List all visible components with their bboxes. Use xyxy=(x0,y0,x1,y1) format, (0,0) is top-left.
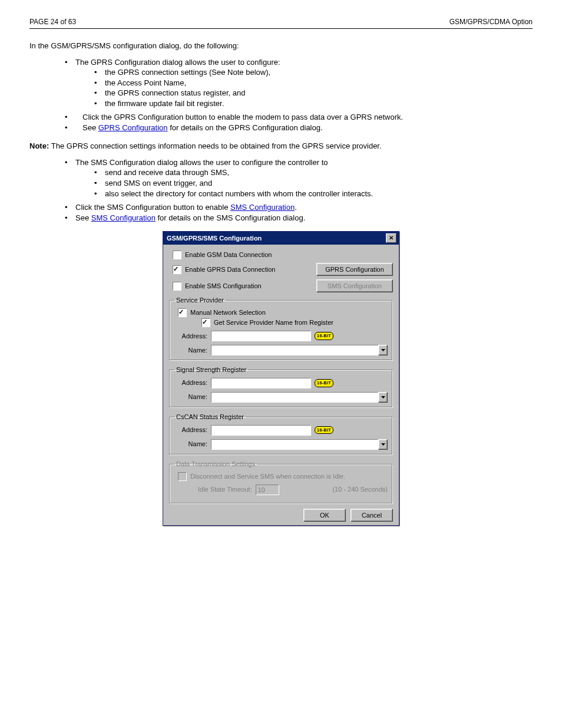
header-row: PAGE 24 of 63 GSM/GPRS/CDMA Option xyxy=(29,18,533,26)
service-provider-legend: Service Provider xyxy=(174,296,226,305)
sms-click-config-row: Click the SMS Configuration button to en… xyxy=(75,202,533,213)
intro-text: In the GSM/GPRS/SMS configuration dialog… xyxy=(29,41,533,51)
chevron-down-icon xyxy=(381,349,385,351)
bullet-icon: • xyxy=(65,157,75,168)
ss-address-badge: 16-BIT xyxy=(315,379,333,387)
bullet-icon: • xyxy=(65,112,82,123)
bullet-icon: • xyxy=(94,98,105,109)
dialog-titlebar: GSM/GPRS/SMS Configuration ✕ xyxy=(163,232,399,245)
bullet-icon: • xyxy=(65,57,75,68)
cscan-status-legend: CsCAN Status Register xyxy=(174,413,246,421)
sms-main-bullet: The SMS Configuration dialog allows the … xyxy=(75,157,533,168)
disconnect-idle-label: Disconnect and Service SMS when connecti… xyxy=(190,472,345,481)
sms-sub-2: also select the directory for contact nu… xyxy=(105,189,533,199)
sms-see-link-row: See SMS Configuration for details on the… xyxy=(75,213,533,223)
cscan-status-group: CsCAN Status Register Address: 16-BIT Na… xyxy=(169,413,393,455)
sms-config-link[interactable]: SMS Configuration xyxy=(91,213,156,222)
gprs-click-config: Click the GPRS Configuration button to e… xyxy=(82,112,533,123)
bullet-icon: • xyxy=(65,213,75,223)
chevron-down-icon xyxy=(381,443,385,446)
gprs-configuration-button[interactable]: GPRS Configuration xyxy=(316,263,393,276)
gprs-see-after: for details on the GPRS Configuration di… xyxy=(168,123,323,132)
manual-network-label: Manual Network Selection xyxy=(190,308,266,317)
enable-sms-checkbox[interactable] xyxy=(173,282,181,291)
close-icon: ✕ xyxy=(389,235,394,241)
bullet-icon: • xyxy=(65,123,82,133)
note-label: Note: xyxy=(29,141,51,150)
cs-address-badge: 16-BIT xyxy=(315,426,333,434)
idle-timeout-hint: (10 - 240 Seconds) xyxy=(283,485,388,494)
bullet-icon: • xyxy=(65,202,75,213)
enable-gprs-checkbox[interactable] xyxy=(173,265,181,274)
bullet-icon: • xyxy=(94,189,105,199)
get-provider-name-label: Get Service Provider Name from Register xyxy=(214,318,333,327)
enable-gsm-checkbox[interactable] xyxy=(173,251,181,259)
dialog-title: GSM/GPRS/SMS Configuration xyxy=(167,234,262,243)
ss-address-label: Address: xyxy=(174,378,207,387)
header-right: GSM/GPRS/CDMA Option xyxy=(449,18,533,26)
gprs-config-link[interactable]: GPRS Configuration xyxy=(98,123,168,132)
sms-sub-1: send SMS on event trigger, and xyxy=(105,178,533,189)
sp-name-dropdown[interactable] xyxy=(378,345,388,355)
note-text: The GPRS connection settings information… xyxy=(51,141,382,150)
gprs-see-link-row: See GPRS Configuration for details on th… xyxy=(82,123,533,133)
bullet-icon: • xyxy=(94,167,105,178)
manual-network-checkbox[interactable] xyxy=(178,308,187,317)
cs-name-dropdown[interactable] xyxy=(378,439,388,450)
close-button[interactable]: ✕ xyxy=(386,233,396,243)
header-rule xyxy=(29,28,533,29)
ok-button[interactable]: OK xyxy=(303,509,346,522)
enable-sms-label: Enable SMS Configuration xyxy=(185,282,316,291)
gprs-see-before: See xyxy=(82,123,98,132)
signal-strength-legend: Signal Strength Register xyxy=(174,365,248,374)
gsm-gprs-sms-config-dialog: GSM/GPRS/SMS Configuration ✕ Enable GSM … xyxy=(163,231,399,525)
ss-address-input[interactable] xyxy=(211,378,311,388)
enable-gprs-label: Enable GPRS Data Connection xyxy=(185,265,316,274)
ss-name-label: Name: xyxy=(174,393,207,401)
sp-address-badge: 16-BIT xyxy=(315,332,333,340)
sms-enable-link[interactable]: SMS Configuration xyxy=(230,203,295,212)
gprs-sub-0: the GPRS connection settings (See Note b… xyxy=(105,67,533,78)
svg-marker-0 xyxy=(381,349,385,351)
gprs-main-bullet: The GPRS Configuration dialog allows the… xyxy=(75,57,533,68)
sms-click-before: Click the SMS Configuration button to en… xyxy=(75,203,230,212)
header-left: PAGE 24 of 63 xyxy=(29,18,76,26)
svg-marker-2 xyxy=(381,443,385,446)
get-provider-name-checkbox[interactable] xyxy=(201,318,210,327)
ss-name-dropdown[interactable] xyxy=(378,392,388,403)
cs-address-label: Address: xyxy=(174,426,207,434)
cs-name-label: Name: xyxy=(174,440,207,449)
data-transmission-group: Data Transmission Settings Disconnect an… xyxy=(169,460,393,504)
bullet-icon: • xyxy=(94,67,105,78)
idle-timeout-input xyxy=(256,485,279,495)
enable-gsm-label: Enable GSM Data Connection xyxy=(185,251,272,259)
sms-sub-0: send and receive data through SMS, xyxy=(105,167,533,178)
cancel-button[interactable]: Cancel xyxy=(351,509,393,522)
svg-marker-1 xyxy=(381,396,385,398)
bullet-icon: • xyxy=(94,78,105,88)
bullet-icon: • xyxy=(94,178,105,189)
gprs-sub-1: the Access Point Name, xyxy=(105,78,533,88)
bullet-icon: • xyxy=(94,88,105,98)
gprs-sub-3: the firmware update fail bit register. xyxy=(105,98,533,109)
gprs-sub-2: the GPRS connection status register, and xyxy=(105,88,533,98)
sp-name-input[interactable] xyxy=(211,345,378,355)
sp-address-label: Address: xyxy=(174,332,207,341)
sms-click-after: . xyxy=(295,203,297,212)
idle-timeout-label: Idle State Timeout: xyxy=(198,485,252,494)
sms-configuration-button[interactable]: SMS Configuration xyxy=(316,279,393,292)
service-provider-group: Service Provider Manual Network Selectio… xyxy=(169,296,393,361)
sms-see-after: for details on the SMS Configuration dia… xyxy=(156,213,305,222)
disconnect-idle-checkbox xyxy=(178,472,187,481)
data-transmission-legend: Data Transmission Settings xyxy=(174,460,257,469)
sp-address-input[interactable] xyxy=(211,331,311,341)
chevron-down-icon xyxy=(381,396,385,398)
sms-see-before: See xyxy=(75,213,91,222)
signal-strength-group: Signal Strength Register Address: 16-BIT… xyxy=(169,365,393,408)
sp-name-label: Name: xyxy=(174,346,207,355)
cs-address-input[interactable] xyxy=(211,425,311,436)
ss-name-input[interactable] xyxy=(211,392,378,403)
cs-name-input[interactable] xyxy=(211,439,378,450)
